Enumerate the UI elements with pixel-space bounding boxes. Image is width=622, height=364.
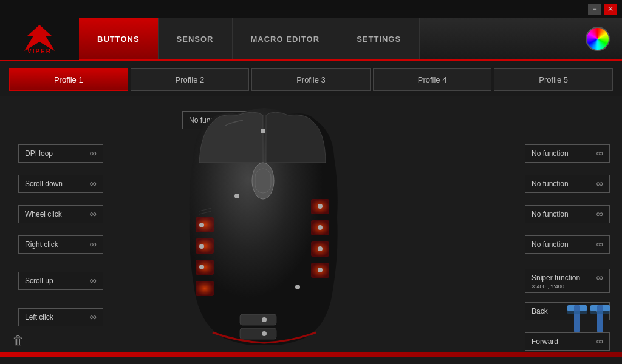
tab-sensor[interactable]: SENSOR xyxy=(159,18,233,59)
header: VIPER BUTTONS SENSOR MACRO EDITOR SETTIN… xyxy=(0,18,622,61)
no-func-r4-button[interactable]: No function ∞ xyxy=(525,235,610,254)
svg-rect-13 xyxy=(240,328,276,339)
scroll-up-label: Scroll up xyxy=(25,277,53,285)
no-func-r1-button[interactable]: No function ∞ xyxy=(525,144,610,163)
sniper-infinity: ∞ xyxy=(596,272,603,283)
svg-marker-0 xyxy=(24,25,55,51)
no-func-r2-button[interactable]: No function ∞ xyxy=(525,175,610,193)
back-label: Back xyxy=(531,307,548,315)
scroll-down-label: Scroll down xyxy=(25,180,63,188)
forward-label: Forward xyxy=(531,337,558,346)
sniper-label: Sniper function xyxy=(531,274,580,282)
profile-tab-3[interactable]: Profile 3 xyxy=(251,68,371,91)
profile-tab-1[interactable]: Profile 1 xyxy=(9,68,128,91)
tab-macro[interactable]: MACRO EDITOR xyxy=(233,18,339,59)
sniper-button[interactable]: Sniper function ∞ X:400 , Y:400 xyxy=(525,269,610,293)
tt-logo-icon xyxy=(564,302,613,351)
svg-point-24 xyxy=(318,268,323,272)
profile-tab-4[interactable]: Profile 4 xyxy=(373,68,492,91)
main-content: DPI loop ∞ Scroll down ∞ Wheel click ∞ R… xyxy=(0,96,622,357)
scroll-down-infinity: ∞ xyxy=(90,178,97,189)
profile-tabs: Profile 1 Profile 2 Profile 3 Profile 4 … xyxy=(0,61,622,96)
close-button[interactable]: ✕ xyxy=(604,4,617,15)
no-func-r2-label: No function xyxy=(531,180,569,188)
minimize-button[interactable]: − xyxy=(588,4,601,15)
mouse-svg xyxy=(176,108,346,345)
svg-point-16 xyxy=(261,129,265,133)
right-click-infinity: ∞ xyxy=(90,239,97,250)
svg-point-19 xyxy=(199,265,204,269)
svg-rect-31 xyxy=(597,305,603,332)
svg-rect-5 xyxy=(196,238,214,254)
svg-rect-12 xyxy=(240,314,276,325)
tab-buttons[interactable]: BUTTONS xyxy=(79,18,159,59)
no-func-r3-infinity: ∞ xyxy=(596,209,603,220)
right-click-label: Right click xyxy=(25,240,58,249)
dpi-loop-button[interactable]: DPI loop ∞ xyxy=(18,144,103,163)
wheel-click-button[interactable]: Wheel click ∞ xyxy=(18,205,103,223)
no-func-r1-infinity: ∞ xyxy=(596,148,603,159)
no-func-r4-label: No function xyxy=(531,240,569,249)
svg-point-22 xyxy=(318,225,323,230)
svg-point-27 xyxy=(262,331,267,336)
scroll-up-button[interactable]: Scroll up ∞ xyxy=(18,272,103,290)
svg-point-21 xyxy=(318,204,323,209)
svg-point-20 xyxy=(234,194,239,198)
no-func-r3-button[interactable]: No function ∞ xyxy=(525,205,610,223)
no-func-r1-label: No function xyxy=(531,149,569,158)
svg-point-26 xyxy=(262,317,267,322)
dpi-loop-infinity: ∞ xyxy=(90,148,97,159)
color-wheel-icon[interactable] xyxy=(586,27,610,51)
left-click-infinity: ∞ xyxy=(90,312,97,323)
svg-rect-29 xyxy=(574,305,580,332)
delete-icon[interactable]: 🗑 xyxy=(12,334,24,348)
bottom-bar xyxy=(0,352,622,357)
left-click-label: Left click xyxy=(25,313,53,322)
svg-rect-6 xyxy=(196,260,214,275)
nav-tabs: BUTTONS SENSOR MACRO EDITOR SETTINGS xyxy=(79,18,573,59)
no-func-r3-label: No function xyxy=(531,210,569,218)
svg-rect-33 xyxy=(590,311,610,314)
title-bar: − ✕ xyxy=(0,0,622,18)
svg-rect-7 xyxy=(196,281,214,296)
right-click-button[interactable]: Right click ∞ xyxy=(18,235,103,254)
scroll-down-button[interactable]: Scroll down ∞ xyxy=(18,175,103,193)
sniper-sub-label: X:400 , Y:400 xyxy=(531,283,564,289)
svg-text:VIPER: VIPER xyxy=(27,48,52,54)
svg-rect-4 xyxy=(196,217,214,232)
tab-settings[interactable]: SETTINGS xyxy=(338,18,420,59)
viper-logo-icon: VIPER xyxy=(21,24,58,54)
svg-rect-32 xyxy=(567,311,587,314)
left-click-button[interactable]: Left click ∞ xyxy=(18,308,103,326)
profile-tab-2[interactable]: Profile 2 xyxy=(131,68,250,91)
no-func-r4-infinity: ∞ xyxy=(596,239,603,250)
no-func-r2-infinity: ∞ xyxy=(596,178,603,189)
svg-point-23 xyxy=(318,246,323,251)
scroll-up-infinity: ∞ xyxy=(90,275,97,286)
svg-point-18 xyxy=(199,244,204,249)
logo-area: VIPER xyxy=(0,18,79,60)
svg-point-25 xyxy=(295,285,300,289)
dpi-loop-label: DPI loop xyxy=(25,149,53,158)
profile-tab-5[interactable]: Profile 5 xyxy=(494,68,613,91)
wheel-click-infinity: ∞ xyxy=(90,209,97,220)
mouse-diagram xyxy=(176,108,401,345)
wheel-click-label: Wheel click xyxy=(25,210,62,218)
svg-point-17 xyxy=(199,223,204,228)
